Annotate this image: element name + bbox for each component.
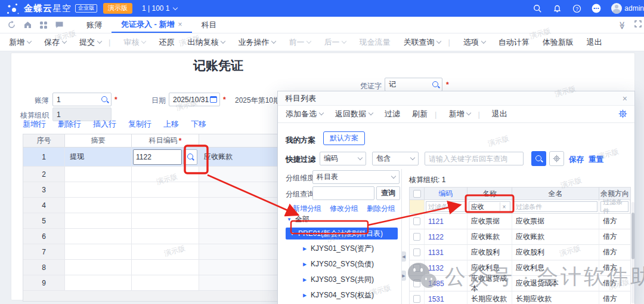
voucher-word-field[interactable]: 记 — [385, 78, 442, 91]
tree-node-root[interactable]: ▼全部 — [278, 213, 401, 225]
grid-cell-summary[interactable] — [65, 182, 132, 198]
book-lookup-icon[interactable] — [101, 96, 109, 103]
clear-filter-icon[interactable]: × — [500, 202, 508, 211]
org-switcher[interactable]: 1 | 100 1 — [142, 4, 177, 13]
grid-cell-summary[interactable] — [65, 198, 132, 213]
grid-cell-account-code[interactable] — [132, 167, 199, 182]
grid-cell-summary[interactable] — [65, 213, 132, 229]
account-code-cell[interactable]: 1121 — [425, 214, 467, 229]
toolbar-item-cashier-review[interactable]: 出纳复核 — [187, 37, 225, 48]
account-column-header[interactable]: 名称 — [467, 188, 512, 199]
user-avatar[interactable] — [611, 3, 622, 14]
toolbar-item-exit[interactable]: 退出 — [587, 37, 602, 48]
toolbar-item-related-query[interactable]: 关联查询 — [403, 37, 441, 48]
grid-cell-summary[interactable] — [65, 167, 132, 182]
save-filter-link[interactable]: 保存 — [569, 155, 584, 165]
calendar-icon[interactable] — [210, 96, 217, 103]
grid-cell-summary[interactable] — [65, 260, 132, 275]
row-checkbox-cell[interactable] — [410, 260, 425, 275]
tree-node-child[interactable]: ▶KJYS01_SYS(资产) — [278, 241, 401, 256]
toolbar-item-try-new[interactable]: 体验新版 — [543, 37, 574, 48]
account-row[interactable]: 1131应收股利应收股利借方 — [409, 245, 631, 260]
grid-cell-summary[interactable]: 提现 — [65, 148, 132, 167]
default-scheme-button[interactable]: 默认方案 — [323, 131, 365, 145]
row-action-新增行[interactable]: 新增行 — [23, 119, 46, 130]
row-checkbox-cell[interactable] — [410, 245, 425, 260]
dialog-settings-gear-icon[interactable] — [618, 109, 627, 120]
toolbar-item-new[interactable]: 新增 — [448, 109, 470, 119]
account-code-cell[interactable]: 1531 — [425, 291, 467, 304]
row-action-下移[interactable]: 下移 — [191, 119, 206, 130]
row-action-插入行[interactable]: 插入行 — [93, 119, 116, 130]
account-row[interactable]: 1132应收利息应收利息借方 — [409, 260, 631, 276]
account-row[interactable]: 1485应收退货成本应收退货成本借方 — [409, 276, 631, 291]
collapse-tabs-icon[interactable]: ≫ — [618, 22, 627, 29]
book-field[interactable]: 1 — [52, 93, 112, 106]
group-dimension-select[interactable]: 科目表 — [312, 170, 400, 184]
row-checkbox-cell[interactable] — [410, 276, 425, 291]
grid-cell-summary[interactable] — [65, 275, 132, 291]
tree-node-child[interactable]: ▶KJYS03_SYS(共同) — [278, 272, 401, 287]
grid-cell-account-code[interactable] — [132, 148, 199, 167]
home-icon[interactable] — [23, 20, 32, 29]
account-row[interactable]: 1531长期应收款长期应收款借方 — [409, 291, 631, 304]
more-actions-icon[interactable] — [592, 4, 601, 13]
sync-icon[interactable] — [7, 20, 16, 29]
tree-node-selected[interactable]: ▼PRE01(新会计准则科目表) — [286, 228, 398, 239]
dialog-close-icon[interactable]: × — [623, 94, 627, 103]
name-filter-cell[interactable]: 应收× — [467, 200, 512, 213]
select-all-checkbox[interactable] — [413, 190, 421, 198]
keyword-search-button[interactable] — [531, 151, 546, 166]
expand-right-icon[interactable]: ▶ — [401, 271, 406, 281]
scrollbar-thumb[interactable] — [631, 213, 634, 259]
account-code-cell[interactable]: 1132 — [425, 260, 467, 275]
fullname-filter-cell[interactable]: 过滤条件 — [512, 200, 599, 213]
tab-close-icon[interactable]: × — [178, 20, 182, 29]
expand-icon[interactable] — [634, 20, 642, 29]
grid-cell-account-code[interactable] — [132, 275, 199, 291]
group-search-input[interactable] — [312, 186, 374, 200]
grid-cell-account-code[interactable] — [132, 229, 199, 244]
grid-cell-summary[interactable] — [65, 229, 132, 244]
row-checkbox-cell[interactable] — [410, 214, 425, 229]
row-checkbox-cell[interactable] — [410, 229, 425, 244]
date-field[interactable]: 2025/10/31 — [169, 93, 220, 106]
toolbar-item-add-candidate[interactable]: 添加备选 — [286, 109, 323, 119]
row-checkbox[interactable] — [413, 217, 420, 225]
filter-settings-button[interactable] — [549, 151, 564, 166]
row-checkbox[interactable] — [413, 280, 420, 287]
grid-cell-account-code[interactable] — [132, 260, 199, 275]
account-code-cell[interactable]: 1122 — [425, 229, 467, 244]
toolbar-item-exit[interactable]: 退出 — [492, 109, 507, 119]
row-checkbox[interactable] — [413, 248, 420, 256]
filter-operator-select[interactable]: 包含 — [372, 152, 419, 165]
account-column-header[interactable]: 全名 — [512, 188, 599, 199]
collapse-left-icon[interactable]: ◀ — [401, 251, 406, 262]
toolbar-item-submit[interactable]: 提交 — [79, 37, 101, 48]
tab-账簿[interactable]: 账簿 — [77, 17, 112, 33]
row-checkbox[interactable] — [413, 295, 420, 303]
tree-node-child[interactable]: ▶KJYS04_SYS(权益) — [278, 287, 401, 303]
toolbar-item-business-ops[interactable]: 业务操作 — [238, 37, 275, 48]
row-action-复制行[interactable]: 复制行 — [128, 119, 151, 130]
code-filter-cell[interactable]: 过滤条件 — [425, 200, 467, 213]
grid-cell-account-code[interactable] — [132, 244, 199, 260]
toolbar-item-options[interactable]: 选项 — [463, 37, 485, 48]
account-column-header[interactable]: 编码 — [425, 188, 467, 199]
account-row[interactable]: 1122应收账款应收账款借方 — [409, 229, 631, 245]
grid-cell-summary[interactable] — [65, 244, 132, 260]
group-action-修改分组[interactable]: 修改分组 — [330, 204, 358, 214]
account-code-cell[interactable]: 1131 — [425, 245, 467, 260]
toolbar-item-return-data[interactable]: 返回数据 — [335, 109, 373, 119]
tab-凭证录入 - 新增[interactable]: 凭证录入 - 新增× — [112, 17, 192, 33]
notification-bell-icon[interactable] — [552, 4, 562, 13]
message-icon[interactable] — [55, 20, 64, 29]
panel-splitter[interactable]: ◀ ▶ — [401, 169, 405, 304]
tree-node-child[interactable]: ▶KJYS02_SYS(负债) — [278, 256, 401, 272]
voucher-word-lookup-icon[interactable] — [432, 81, 439, 88]
keyword-input[interactable] — [425, 152, 524, 165]
apps-grid-icon[interactable] — [39, 21, 48, 29]
account-code-input[interactable] — [133, 149, 182, 165]
header-checkbox-cell[interactable] — [410, 188, 425, 199]
row-action-上移[interactable]: 上移 — [163, 119, 179, 130]
